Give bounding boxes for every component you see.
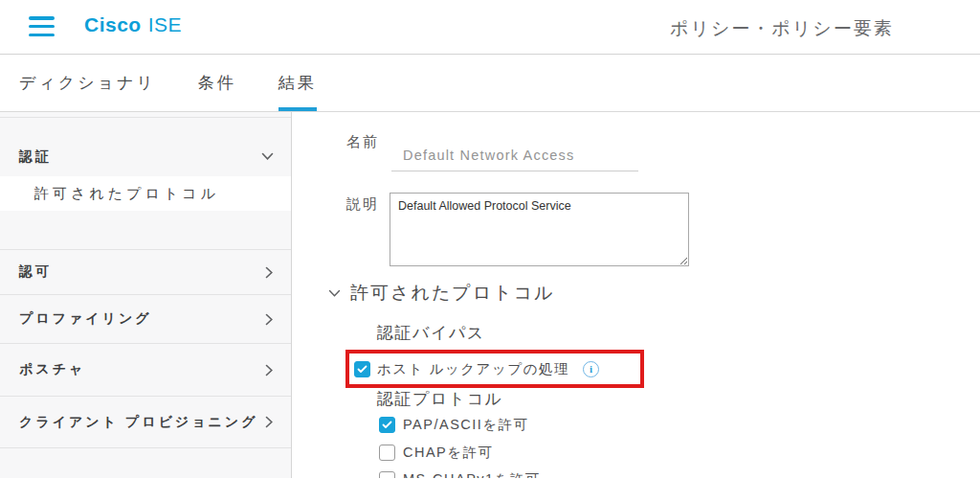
sidebar-gap: [0, 211, 291, 249]
name-label: 名前: [346, 133, 379, 151]
tab-conditions[interactable]: 条件: [198, 55, 236, 111]
chevron-down-icon: [328, 285, 341, 302]
sidebar-item-client-provisioning[interactable]: クライアント プロビジョニング: [0, 396, 291, 448]
sidebar-item-posture[interactable]: ポスチャ: [0, 343, 291, 396]
auth-bypass-heading: 認証バイパス: [377, 322, 485, 344]
sidebar-item-allowed-protocols[interactable]: 許可されたプロトコル: [0, 176, 291, 211]
name-input[interactable]: [391, 141, 638, 171]
chap-checkbox[interactable]: [379, 445, 395, 461]
sidebar-item-authorization[interactable]: 認可: [0, 249, 291, 294]
sidebar-item-label: 認証: [19, 148, 52, 166]
sidebar-item-label: ポスチャ: [19, 361, 85, 378]
description-textarea[interactable]: Default Allowed Protocol Service: [390, 193, 689, 266]
chevron-right-icon: [265, 313, 274, 326]
highlight-annotation-box: ホスト ルックアップの処理 i: [345, 350, 644, 388]
protocol-row-chap: CHAPを許可: [379, 444, 494, 462]
chap-label: CHAPを許可: [403, 444, 494, 462]
brand-logo: CiscoISE: [84, 13, 182, 36]
brand-ise: ISE: [148, 13, 182, 35]
auth-protocols-heading: 認証プロトコル: [377, 388, 503, 410]
mschapv1-checkbox[interactable]: [379, 471, 395, 478]
hamburger-menu-icon[interactable]: [29, 16, 55, 36]
info-icon[interactable]: i: [583, 361, 599, 377]
allowed-protocols-section-header[interactable]: 許可されたプロトコル: [328, 281, 555, 306]
pap-label: PAP/ASCIIを許可: [403, 416, 529, 434]
tab-bar: ディクショナリ 条件 結果: [0, 55, 980, 112]
host-lookup-label: ホスト ルックアップの処理: [377, 360, 569, 378]
sidebar-item-authentication[interactable]: 認証: [0, 117, 291, 176]
mschapv1-label: MS-CHAPv1を許可: [403, 470, 541, 478]
sidebar-item-label: プロファイリング: [19, 310, 152, 328]
tab-dictionaries[interactable]: ディクショナリ: [19, 55, 156, 111]
protocol-row-pap: PAP/ASCIIを許可: [379, 416, 529, 434]
brand-cisco: Cisco: [84, 13, 142, 35]
sidebar-item-label: クライアント プロビジョニング: [19, 414, 257, 431]
allowed-protocols-section-title: 許可されたプロトコル: [350, 281, 555, 306]
main-content: 名前 説明 Default Allowed Protocol Service 許…: [292, 112, 980, 478]
app-header: CiscoISE ポリシー・ポリシー要素: [0, 0, 980, 55]
host-lookup-row: ホスト ルックアップの処理 i: [354, 360, 599, 378]
description-label: 説明: [346, 195, 379, 214]
sidebar: 認証 許可されたプロトコル 認可 プロファイリング ポスチャ: [0, 112, 292, 478]
pap-checkbox[interactable]: [379, 417, 395, 433]
tab-results[interactable]: 結果: [278, 55, 317, 111]
sidebar-item-label: 認可: [19, 263, 52, 281]
chevron-right-icon: [265, 416, 274, 428]
host-lookup-checkbox[interactable]: [354, 361, 370, 377]
protocol-row-mschapv1: MS-CHAPv1を許可: [379, 470, 541, 478]
sidebar-item-profiling[interactable]: プロファイリング: [0, 294, 291, 343]
chevron-down-icon: [261, 152, 274, 161]
page-title: ポリシー・ポリシー要素: [670, 16, 894, 41]
chevron-right-icon: [265, 266, 274, 279]
chevron-right-icon: [265, 364, 274, 376]
